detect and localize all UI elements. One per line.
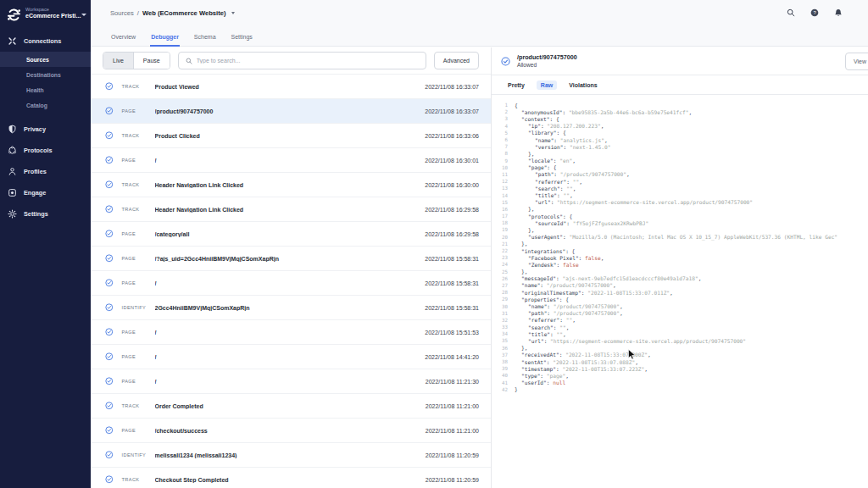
code-line: 7"version": "next-1.45.0" [498, 143, 868, 150]
event-row[interactable]: TRACK Order Completed 2022/11/08 11:21:0… [91, 394, 491, 419]
payload-tabs: Pretty Raw Violations [492, 75, 868, 95]
code-line: 18"sourceId": "fY5ojFZfguseax2KRwbPBJ" [498, 219, 868, 226]
event-row[interactable]: TRACK Checkout Step Completed 2022/11/08… [91, 468, 491, 488]
sidebar-item-protocols[interactable]: Protocols [0, 140, 91, 161]
pause-button[interactable]: Pause [133, 53, 170, 69]
sidebar-item-destinations[interactable]: Destinations [0, 67, 91, 82]
sidebar-item-sources[interactable]: Sources [0, 52, 91, 67]
event-type-label: PAGE [122, 428, 155, 433]
event-timestamp: 2022/11/08 16:33:07 [425, 108, 479, 114]
advanced-button[interactable]: Advanced [434, 52, 479, 69]
sidebar-item-catalog[interactable]: Catalog [0, 97, 91, 113]
event-row[interactable]: IDENTIFY melissali1234 (melissali1234) 2… [91, 443, 491, 468]
sidebar-item-settings[interactable]: Settings [0, 203, 91, 225]
event-row[interactable]: PAGE /category/all 2022/11/08 16:29:58 [91, 222, 491, 247]
event-name: Product Viewed [155, 84, 426, 90]
event-row[interactable]: TRACK Product Clicked 2022/11/08 16:33:0… [91, 124, 491, 148]
sidebar-item-engage[interactable]: Engage [0, 182, 91, 203]
event-type-label: TRACK [122, 403, 155, 408]
event-row[interactable]: TRACK Header Navigation Link Clicked 202… [91, 197, 491, 222]
sidebar-item-health[interactable]: Health [0, 82, 91, 97]
help-icon[interactable]: ? [810, 8, 819, 17]
event-row[interactable]: TRACK Header Navigation Link Clicked 202… [91, 173, 491, 197]
search-icon[interactable] [787, 8, 795, 17]
sidebar-item-label: Protocols [24, 147, 53, 154]
tab-violations[interactable]: Violations [565, 80, 601, 90]
event-row[interactable]: TRACK Product Viewed 2022/11/08 16:33:07 [91, 75, 491, 99]
event-type-label: IDENTIFY [122, 452, 155, 458]
event-row[interactable]: PAGE / 2022/11/08 15:58:31 [91, 271, 491, 296]
workspace-switcher[interactable]: Workspace eCommerce Pristi... [0, 0, 91, 30]
event-timestamp: 2022/11/08 14:41:20 [425, 354, 479, 360]
event-name: 2Gcc4HniiBM9VjMqjCSomXapRjn [155, 305, 426, 311]
event-timestamp: 2022/11/08 16:33:06 [425, 133, 479, 139]
code-line: 36}, [498, 345, 868, 352]
event-row[interactable]: PAGE / 2022/11/08 11:21:30 [91, 369, 491, 394]
code-line: 16}, [498, 206, 868, 213]
event-timestamp: 2022/11/08 11:21:00 [426, 403, 479, 409]
event-timestamp: 2022/11/08 15:58:31 [425, 280, 479, 286]
breadcrumb-separator: / [137, 9, 139, 17]
tab-debugger[interactable]: Debugger [150, 34, 180, 47]
event-name: /?ajs_uid=2Gcc4HniiBM9VjMqjCSomXapRjn [155, 256, 426, 262]
event-type-label: PAGE [122, 280, 155, 286]
event-row[interactable]: PAGE /?ajs_uid=2Gcc4HniiBM9VjMqjCSomXapR… [91, 247, 491, 271]
engage-icon [8, 188, 17, 197]
code-line: 20"userAgent": "Mozilla/5.0 (Macintosh; … [498, 234, 868, 241]
allowed-check-icon [501, 57, 510, 66]
event-row[interactable]: PAGE /checkout/success 2022/11/08 11:21:… [91, 419, 491, 443]
event-name: / [155, 354, 426, 360]
code-line: 4"ip": "208.127.200.223", [498, 123, 868, 130]
code-line: 39"timestamp": "2022-11-08T15:33:07.223Z… [498, 365, 868, 372]
tab-schema[interactable]: Schema [193, 34, 217, 47]
tab-raw[interactable]: Raw [537, 80, 557, 90]
event-row[interactable]: IDENTIFY 2Gcc4HniiBM9VjMqjCSomXapRjn 202… [91, 296, 491, 320]
code-line: 21}, [498, 241, 868, 247]
event-name: Order Completed [155, 403, 426, 409]
sidebar-item-profiles[interactable]: Profiles [0, 161, 91, 182]
code-line: 8}, [498, 150, 868, 157]
sidebar-item-connections[interactable]: Connections [0, 30, 91, 52]
event-detail-header: /product/9074757000 Allowed View [492, 47, 868, 75]
event-timestamp: 2022/11/08 16:30:01 [425, 158, 479, 164]
tab-pretty[interactable]: Pretty [504, 80, 529, 90]
code-line: 26"messageId": "ajs-next-9eb7edfc15d1eac… [498, 275, 868, 282]
event-row[interactable]: PAGE / 2022/11/08 16:30:01 [91, 148, 491, 173]
code-line: 17"protocols": { [498, 213, 868, 219]
sidebar-item-label: Connections [24, 37, 61, 45]
event-name: / [155, 280, 426, 286]
code-line: 23"Facebook Pixel": false, [498, 254, 868, 261]
view-button[interactable]: View [845, 53, 868, 70]
sidebar-item-privacy[interactable]: Privacy [0, 119, 91, 140]
bell-icon[interactable] [834, 8, 843, 17]
event-type-label: PAGE [122, 231, 155, 236]
tab-overview[interactable]: Overview [110, 34, 136, 47]
event-row[interactable]: PAGE / 2022/11/08 15:51:53 [91, 320, 491, 345]
event-timestamp: 2022/11/08 11:21:30 [426, 379, 479, 385]
caret-down-icon[interactable] [231, 12, 235, 14]
code-line: 6"name": "analytics.js", [498, 136, 868, 143]
event-name: melissali1234 (melissali1234) [155, 452, 426, 458]
tab-settings[interactable]: Settings [231, 34, 253, 47]
breadcrumb-current-source[interactable]: Web (ECommerce Website) [142, 9, 225, 17]
allowed-check-icon [105, 82, 114, 91]
search-input[interactable] [197, 58, 419, 64]
live-button[interactable]: Live [103, 53, 133, 69]
event-detail-title: /product/9074757000 [517, 53, 577, 62]
breadcrumb-sources-link[interactable]: Sources [110, 9, 134, 17]
gear-icon [8, 209, 17, 219]
code-line: 13"search": "", [498, 185, 868, 191]
code-line: 30"name": "/product/9074757000", [498, 302, 868, 309]
event-list: TRACK Product Viewed 2022/11/08 16:33:07… [91, 75, 491, 488]
allowed-check-icon [105, 303, 114, 312]
source-tabs: Overview Debugger Schema Settings [110, 34, 253, 47]
event-row[interactable]: PAGE / 2022/11/08 14:41:20 [91, 345, 491, 369]
live-pause-toggle: Live Pause [103, 52, 170, 69]
code-line: 11"path": "/product/9074757000", [498, 171, 868, 178]
allowed-check-icon [105, 451, 114, 459]
code-line: 37"receivedAt": "2022-11-08T15:33:07.300… [498, 352, 868, 358]
event-timestamp: 2022/11/08 16:30:00 [425, 182, 479, 188]
event-row[interactable]: PAGE /product/9074757000 2022/11/08 16:3… [91, 99, 491, 124]
event-timestamp: 2022/11/08 15:51:53 [425, 330, 479, 336]
connections-icon [8, 36, 17, 46]
